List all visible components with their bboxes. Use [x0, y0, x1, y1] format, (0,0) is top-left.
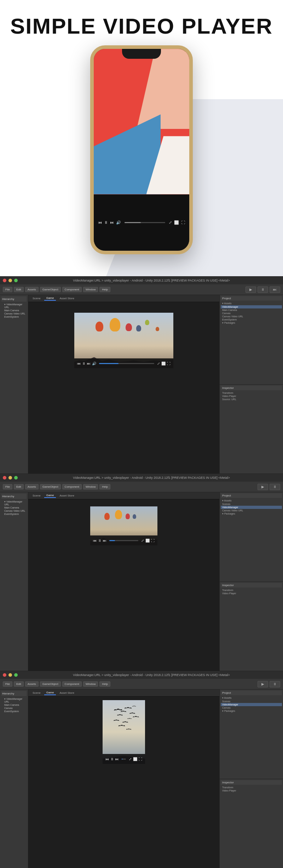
assets-menu[interactable]: Assets [25, 287, 39, 292]
close-dot-3[interactable] [3, 673, 6, 677]
minimize-dot-3[interactable] [8, 673, 12, 677]
vc-fit[interactable]: ⬜ [161, 362, 166, 365]
vc-pause-3[interactable]: ⏸ [110, 757, 114, 761]
play-button-3[interactable]: ▶ [258, 681, 268, 687]
step-button[interactable]: ⏭ [270, 287, 280, 293]
asset-item-2[interactable]: ▾ Assets [221, 499, 282, 503]
tab-scene[interactable]: Scene [30, 296, 43, 300]
asset-item-3[interactable]: Canvas [221, 706, 282, 709]
pause-button-3[interactable]: ⏸ [270, 681, 280, 687]
window-menu-2[interactable]: Window [83, 484, 98, 489]
maximize-dot-2[interactable] [14, 476, 18, 480]
vc-progress-2[interactable] [109, 540, 138, 541]
tab-scene-2[interactable]: Scene [30, 494, 43, 498]
volume-icon[interactable]: 🔊 [116, 220, 121, 225]
hierarchy-item-2[interactable]: EventSystem [1, 512, 27, 516]
window-menu-3[interactable]: Window [83, 681, 98, 687]
component-menu-2[interactable]: Component [62, 484, 82, 489]
pause-button-2[interactable]: ⏸ [270, 484, 280, 490]
minimize-dot[interactable] [8, 279, 12, 282]
vc-fit-2[interactable]: ⬜ [145, 539, 150, 543]
assets-menu-2[interactable]: Assets [25, 484, 39, 489]
edit-menu[interactable]: Edit [14, 287, 24, 292]
file-menu-3[interactable]: File [3, 681, 12, 687]
asset-item[interactable]: VideoManager [221, 305, 282, 308]
fullscreen-icon[interactable]: ⛶ [181, 220, 185, 225]
hierarchy-item-3[interactable]: ▾ VideoManager URL [1, 697, 27, 703]
gameobject-menu-2[interactable]: GameObject [40, 484, 61, 489]
pause-icon[interactable]: ⏸ [104, 220, 108, 225]
asset-item[interactable]: Main Camera [221, 308, 282, 312]
gameobject-menu[interactable]: GameObject [40, 287, 61, 292]
asset-item-3[interactable]: Scenes [221, 700, 282, 703]
asset-item-3[interactable]: ▾ Assets [221, 696, 282, 700]
component-menu-3[interactable]: Component [62, 681, 82, 687]
help-menu-2[interactable]: Help [99, 484, 110, 489]
vc-fullscreen-3[interactable]: ⛶ [139, 757, 142, 761]
minimize-dot-2[interactable] [8, 476, 12, 480]
fit-icon[interactable]: ⬜ [174, 220, 179, 225]
tab-asset-store[interactable]: Asset Store [57, 296, 76, 300]
pause-button[interactable]: ⏸ [258, 287, 268, 293]
file-menu-2[interactable]: File [3, 484, 12, 489]
tab-asset-store-3[interactable]: Asset Store [57, 691, 76, 695]
hierarchy-item[interactable]: ▾ VideoManager URL [1, 303, 27, 309]
asset-item-2[interactable]: Canvas Video URL [221, 509, 282, 512]
help-menu[interactable]: Help [99, 287, 110, 292]
vc-shuffle-2[interactable]: ⤢ [141, 539, 144, 543]
asset-item[interactable]: Canvas Video URL [221, 315, 282, 318]
vc-pause-2[interactable]: ⏸ [98, 539, 102, 543]
play-button-2[interactable]: ▶ [258, 484, 268, 490]
hierarchy-item[interactable]: EventSystem [1, 315, 27, 318]
window-menu[interactable]: Window [83, 287, 98, 292]
hierarchy-item-3[interactable]: EventSystem [1, 710, 27, 713]
tab-game-3[interactable]: Game [44, 691, 56, 695]
tab-scene-3[interactable]: Scene [30, 691, 43, 695]
skip-back-icon[interactable]: ⏮ [98, 220, 102, 225]
vc-skip-back-3[interactable]: ⏮ [105, 757, 109, 761]
vc-skip-fwd-2[interactable]: ⏭ [103, 539, 106, 543]
close-dot-2[interactable] [3, 476, 6, 480]
hierarchy-item-2[interactable]: Canvas Video URL [1, 509, 27, 512]
edit-menu-3[interactable]: Edit [14, 681, 24, 687]
edit-menu-2[interactable]: Edit [14, 484, 24, 489]
vc-skip-back[interactable]: ⏮ [77, 362, 81, 365]
vc-skip-fwd-3[interactable]: ⏭ [115, 757, 119, 761]
vc-pause[interactable]: ⏸ [82, 362, 86, 365]
vc-progress-3[interactable] [122, 759, 126, 760]
vc-shuffle-3[interactable]: ⤢ [129, 757, 132, 761]
asset-item[interactable]: Canvas [221, 312, 282, 315]
tab-game[interactable]: Game [44, 296, 56, 301]
close-dot[interactable] [3, 279, 6, 282]
tab-game-2[interactable]: Game [44, 493, 56, 498]
vc-fit-3[interactable]: ⬜ [133, 757, 137, 761]
file-menu[interactable]: File [3, 287, 12, 292]
asset-item[interactable]: ▾ Assets [221, 302, 282, 305]
shuffle-icon[interactable]: ⤢ [169, 220, 172, 225]
asset-item[interactable]: EventSystem [221, 318, 282, 321]
asset-item-2[interactable]: ▾ Packages [221, 512, 282, 516]
vc-volume[interactable]: 🔊 [92, 362, 96, 365]
asset-item-2[interactable]: Scenes [221, 503, 282, 506]
hierarchy-item-2[interactable]: Main Camera [1, 506, 27, 509]
hierarchy-item-3[interactable]: Canvas [1, 707, 27, 710]
skip-fwd-icon[interactable]: ⏭ [110, 220, 114, 225]
asset-item-3[interactable]: VideoManager [221, 703, 282, 706]
vc-skip-fwd[interactable]: ⏭ [87, 362, 91, 365]
progress-bar[interactable] [125, 222, 165, 223]
vc-fullscreen-2[interactable]: ⛶ [151, 539, 155, 543]
vc-skip-back-2[interactable]: ⏮ [93, 539, 97, 543]
vc-fullscreen[interactable]: ⛶ [167, 362, 171, 365]
play-button[interactable]: ▶ [246, 287, 256, 293]
hierarchy-item-3[interactable]: Main Camera [1, 703, 27, 707]
hierarchy-item-2[interactable]: ▾ VideoManager URL [1, 500, 27, 506]
gameobject-menu-3[interactable]: GameObject [40, 681, 61, 687]
asset-item[interactable]: ▾ Packages [221, 321, 282, 325]
hierarchy-item[interactable]: Main Camera [1, 309, 27, 312]
maximize-dot-3[interactable] [14, 673, 18, 677]
asset-item-2[interactable]: VideoManager [221, 506, 282, 509]
vc-progress-bar[interactable] [99, 363, 154, 364]
assets-menu-3[interactable]: Assets [25, 681, 39, 687]
component-menu[interactable]: Component [62, 287, 82, 292]
tab-asset-store-2[interactable]: Asset Store [57, 494, 76, 498]
